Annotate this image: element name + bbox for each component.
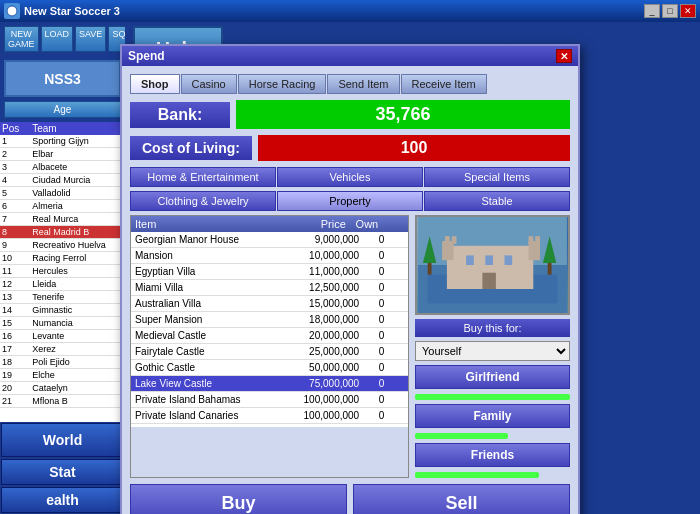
col-price: Price — [262, 218, 346, 230]
standings-row: 12Lleida — [0, 278, 125, 291]
standings-table: Pos Team 1Sporting Gijyn2Elbar3Albacete4… — [0, 122, 125, 422]
logo: NSS3 — [4, 60, 121, 97]
cat-stable[interactable]: Stable — [424, 191, 570, 211]
age-button[interactable]: Age — [4, 101, 121, 118]
family-button[interactable]: Family — [415, 404, 570, 428]
standings-row: 11Hercules — [0, 265, 125, 278]
minimize-button[interactable]: _ — [644, 4, 660, 18]
cat-special-items[interactable]: Special Items — [424, 167, 570, 187]
table-row[interactable]: Georgian Manor House9,000,0000 — [131, 232, 408, 248]
modal-right-panel: Buy this for: Yourself Girlfriend Family… — [415, 215, 570, 478]
standings-row: 13Tenerife — [0, 291, 125, 304]
svg-rect-8 — [452, 236, 457, 244]
tab-receive-item[interactable]: Receive Item — [401, 74, 487, 94]
family-bar — [415, 433, 508, 439]
bank-row: Bank: 35,766 — [130, 100, 570, 129]
standings-header: Pos Team — [0, 122, 125, 135]
girlfriend-bar — [415, 394, 570, 400]
health-button[interactable]: ealth — [1, 487, 124, 513]
standings-row: 3Albacete — [0, 161, 125, 174]
bank-value: 35,766 — [236, 100, 570, 129]
friends-bar — [415, 472, 539, 478]
standings-row: 9Recreativo Huelva — [0, 239, 125, 252]
standings-row: 18Poli Ejido — [0, 356, 125, 369]
table-row[interactable]: Australian Villa15,000,0000 — [131, 296, 408, 312]
pos-header: Pos — [2, 123, 32, 134]
tab-send-item[interactable]: Send Item — [327, 74, 399, 94]
svg-point-0 — [7, 6, 17, 16]
buy-for-dropdown[interactable]: Yourself Girlfriend Family Friends — [415, 341, 570, 361]
close-window-button[interactable]: ✕ — [680, 4, 696, 18]
standings-row: 10Racing Ferrol — [0, 252, 125, 265]
load-button[interactable]: LOAD — [41, 26, 74, 52]
stat-button[interactable]: Stat — [1, 459, 124, 485]
table-row[interactable]: Mansion10,000,0000 — [131, 248, 408, 264]
tab-casino[interactable]: Casino — [181, 74, 237, 94]
shop-tabs: Shop Casino Horse Racing Send Item Recei… — [130, 74, 570, 94]
app-icon — [4, 3, 20, 19]
modal-body: Shop Casino Horse Racing Send Item Recei… — [122, 66, 578, 514]
standings-row: 19Elche — [0, 369, 125, 382]
girlfriend-button[interactable]: Girlfriend — [415, 365, 570, 389]
standings-row: 2Elbar — [0, 148, 125, 161]
standings-row: 1Sporting Gijyn — [0, 135, 125, 148]
standings-row: 15Numancia — [0, 317, 125, 330]
left-sidebar: NEWGAME LOAD SAVE SQ... NSS3 Age Pos Tea… — [0, 22, 125, 514]
category-tabs-row2: Clothing & Jewelry Property Stable — [130, 191, 570, 211]
bank-label: Bank: — [130, 102, 230, 128]
standings-row: 14Gimnastic — [0, 304, 125, 317]
new-game-button[interactable]: NEWGAME — [4, 26, 39, 52]
table-row[interactable]: Gothic Castle50,000,0000 — [131, 360, 408, 376]
buy-for-label: Buy this for: — [415, 319, 570, 337]
svg-rect-13 — [505, 255, 513, 265]
property-image — [415, 215, 570, 315]
table-row[interactable]: Egyptian Villa11,000,0000 — [131, 264, 408, 280]
standings-row: 17Xerez — [0, 343, 125, 356]
table-row[interactable]: Private Island Philippines100,000,0000 — [131, 424, 408, 427]
standings-row: 16Levante — [0, 330, 125, 343]
item-table: Item Price Own Georgian Manor House9,000… — [130, 215, 409, 478]
svg-rect-5 — [442, 241, 454, 260]
cat-home-entertainment[interactable]: Home & Entertainment — [130, 167, 276, 187]
item-table-header: Item Price Own — [131, 216, 408, 232]
table-row[interactable]: Private Island Canaries100,000,0000 — [131, 408, 408, 424]
category-tabs-row1: Home & Entertainment Vehicles Special It… — [130, 167, 570, 187]
col-item: Item — [135, 218, 262, 230]
svg-rect-11 — [466, 255, 474, 265]
tab-horse-racing[interactable]: Horse Racing — [238, 74, 327, 94]
table-row[interactable]: Miami Villa12,500,0000 — [131, 280, 408, 296]
table-row[interactable]: Fairytale Castle25,000,0000 — [131, 344, 408, 360]
sidebar-top: NEWGAME LOAD SAVE SQ... NSS3 Age — [0, 22, 125, 122]
cost-value: 100 — [258, 135, 570, 161]
standings-row: 21Mflona B — [0, 395, 125, 408]
col-own: Own — [346, 218, 388, 230]
standings-row: 4Ciudad Murcia — [0, 174, 125, 187]
svg-rect-14 — [482, 273, 495, 289]
sidebar-buttons: NEWGAME LOAD SAVE SQ... — [4, 26, 121, 52]
modal-title-bar: Spend ✕ — [122, 46, 578, 66]
title-bar: New Star Soccer 3 _ □ ✕ — [0, 0, 700, 22]
table-row[interactable]: Medieval Castle20,000,0000 — [131, 328, 408, 344]
world-button[interactable]: World — [1, 423, 124, 457]
standings-rows: 1Sporting Gijyn2Elbar3Albacete4Ciudad Mu… — [0, 135, 125, 408]
modal-close-button[interactable]: ✕ — [556, 49, 572, 63]
table-row[interactable]: Lake View Castle75,000,0000 — [131, 376, 408, 392]
buy-button[interactable]: Buy — [130, 484, 347, 514]
standings-row: 6Almeria — [0, 200, 125, 213]
friends-button[interactable]: Friends — [415, 443, 570, 467]
sell-button[interactable]: Sell — [353, 484, 570, 514]
table-row[interactable]: Private Island Bahamas100,000,0000 — [131, 392, 408, 408]
cost-row: Cost of Living: 100 — [130, 135, 570, 161]
spend-dialog: Spend ✕ Shop Casino Horse Racing Send It… — [120, 44, 580, 514]
cat-vehicles[interactable]: Vehicles — [277, 167, 423, 187]
cat-property[interactable]: Property — [277, 191, 423, 211]
item-table-body[interactable]: Georgian Manor House9,000,0000Mansion10,… — [131, 232, 408, 427]
svg-rect-12 — [485, 255, 493, 265]
maximize-button[interactable]: □ — [662, 4, 678, 18]
save-button[interactable]: SAVE — [75, 26, 106, 52]
cat-clothing-jewelry[interactable]: Clothing & Jewelry — [130, 191, 276, 211]
tab-shop[interactable]: Shop — [130, 74, 180, 94]
window-controls[interactable]: _ □ ✕ — [644, 4, 696, 18]
standings-row: 5Valladolid — [0, 187, 125, 200]
table-row[interactable]: Super Mansion18,000,0000 — [131, 312, 408, 328]
